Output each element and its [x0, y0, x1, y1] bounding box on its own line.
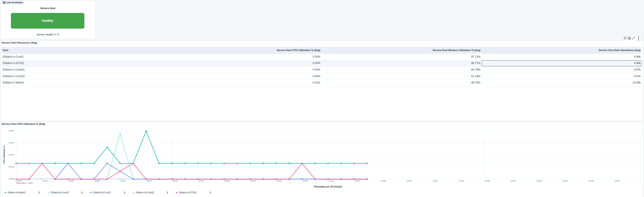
svg-text:EWatch-A-Core01: EWatch-A-Core01 [51, 191, 69, 194]
svg-text:19:00: 19:00 [511, 180, 516, 182]
svg-text:0.01%: 0.01% [8, 154, 14, 156]
svg-text:02:00: 02:00 [69, 180, 74, 182]
svg-text:21:00: 21:00 [563, 180, 568, 182]
svg-text:17:00: 17:00 [459, 180, 464, 182]
svg-text:06:00: 06:00 [173, 180, 178, 182]
svg-text:0.02%: 0.02% [8, 142, 14, 144]
svg-text:08:00: 08:00 [224, 180, 230, 182]
svg-text:05:00: 05:00 [147, 180, 152, 182]
svg-text:Timestamp per 30 minutes: Timestamp per 30 minutes [314, 186, 342, 188]
svg-text:12:00: 12:00 [329, 180, 334, 182]
svg-text:20:00: 20:00 [537, 180, 542, 182]
svg-text:22:00: 22:00 [589, 180, 594, 182]
svg-text:EWatch-A-Core02: EWatch-A-Core02 [136, 191, 154, 194]
svg-text:10:00: 10:00 [277, 180, 282, 182]
svg-text:01:00: 01:00 [43, 180, 48, 182]
svg-text:18:00: 18:00 [485, 180, 490, 182]
svg-text:03:00: 03:00 [94, 180, 100, 182]
svg-text:December 4, 2025: December 4, 2025 [16, 182, 33, 184]
svg-text:CPU Utilization %: CPU Utilization % [3, 146, 5, 164]
svg-text:07:00: 07:00 [199, 180, 204, 182]
svg-text:09:00: 09:00 [251, 180, 256, 182]
svg-text:0.02%: 0.02% [8, 130, 14, 132]
svg-text:14:00: 14:00 [381, 180, 386, 182]
svg-text:04:00: 04:00 [121, 180, 126, 182]
svg-text:0.00%: 0.00% [8, 178, 14, 180]
svg-text:EWatch-A-Web01: EWatch-A-Web01 [8, 191, 26, 194]
svg-text:00:00: 00:00 [16, 180, 22, 182]
svg-text:0.01%: 0.01% [8, 166, 14, 168]
svg-text:15:00: 15:00 [407, 180, 412, 182]
svg-text:EWatch-A-DTS01: EWatch-A-DTS01 [179, 191, 197, 194]
svg-text:23:00: 23:00 [615, 180, 620, 182]
svg-text:16:00: 16:00 [433, 180, 438, 182]
svg-text:EWatch-A-Con01: EWatch-A-Con01 [93, 191, 111, 194]
svg-text:11:00: 11:00 [302, 180, 307, 182]
svg-text:13:00: 13:00 [355, 180, 360, 182]
